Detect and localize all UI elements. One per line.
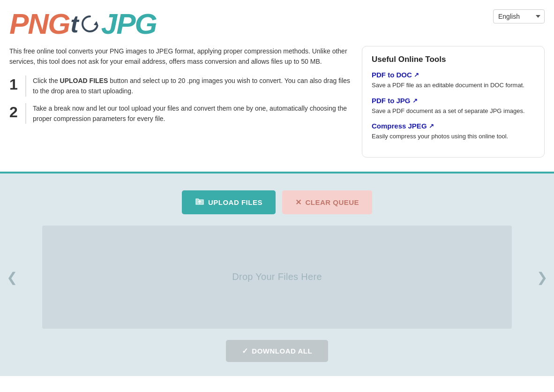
clear-icon: ✕ <box>295 198 302 207</box>
compress-jpeg-desc: Easily compress your photos using this o… <box>372 132 535 141</box>
external-link-icon-2: ↗ <box>412 97 418 104</box>
svg-marker-0 <box>94 21 98 26</box>
refresh-icon <box>80 14 100 34</box>
logo-png: PNG <box>9 9 69 38</box>
download-btn-label: DOWNLOAD ALL <box>252 347 312 355</box>
upload-files-label: UPLOAD FILES <box>60 77 108 84</box>
main-content: This free online tool converts your PNG … <box>9 46 352 124</box>
step-2-text: Take a break now and let our tool upload… <box>25 103 352 124</box>
language-select[interactable]: English Español Français Deutsch Portugu… <box>493 9 545 23</box>
language-selector-wrapper: English Español Français Deutsch Portugu… <box>493 9 545 23</box>
checkmark-icon: ✓ <box>242 347 248 355</box>
sidebar: Useful Online Tools PDF to DOC ↗ Save a … <box>362 46 545 158</box>
pdf-to-jpg-link[interactable]: PDF to JPG ↗ <box>372 97 535 105</box>
logo-to: t <box>70 12 100 36</box>
sidebar-tool-pdf-to-doc: PDF to DOC ↗ Save a PDF file as an edita… <box>372 71 535 90</box>
steps-list: 1 Click the UPLOAD FILES button and sele… <box>9 75 352 124</box>
upload-folder-icon <box>195 197 204 208</box>
pdf-to-doc-link[interactable]: PDF to DOC ↗ <box>372 71 535 79</box>
step-2: 2 Take a break now and let our tool uplo… <box>9 103 352 124</box>
folder-icon-svg <box>195 197 204 205</box>
upload-files-button[interactable]: UPLOAD FILES <box>182 190 276 214</box>
upload-btn-label: UPLOAD FILES <box>208 198 262 206</box>
clear-queue-button[interactable]: ✕ CLEAR QUEUE <box>282 190 372 214</box>
step-2-number: 2 <box>9 103 19 121</box>
clear-btn-label: CLEAR QUEUE <box>305 198 359 206</box>
external-link-icon-3: ↗ <box>429 122 434 129</box>
logo-jpg: JPG <box>101 9 157 38</box>
upload-section: UPLOAD FILES ✕ CLEAR QUEUE ❮ Drop Your F… <box>0 173 554 376</box>
sidebar-tool-pdf-to-jpg: PDF to JPG ↗ Save a PDF document as a se… <box>372 97 535 116</box>
carousel-left-arrow[interactable]: ❮ <box>7 269 17 285</box>
carousel-right-arrow[interactable]: ❯ <box>537 269 547 285</box>
external-link-icon-1: ↗ <box>414 71 419 78</box>
compress-jpeg-link[interactable]: Compress JPEG ↗ <box>372 122 535 130</box>
pdf-to-doc-desc: Save a PDF file as an editable document … <box>372 81 535 90</box>
site-logo: PNG t JPG <box>9 9 157 38</box>
step-1: 1 Click the UPLOAD FILES button and sele… <box>9 75 352 97</box>
download-all-button[interactable]: ✓ DOWNLOAD ALL <box>226 340 328 362</box>
drop-zone-label: Drop Your Files Here <box>232 271 322 282</box>
pdf-to-jpg-desc: Save a PDF document as a set of separate… <box>372 106 535 116</box>
upload-buttons-row: UPLOAD FILES ✕ CLEAR QUEUE <box>182 190 372 214</box>
sidebar-tool-compress-jpeg: Compress JPEG ↗ Easily compress your pho… <box>372 122 535 141</box>
step-1-number: 1 <box>9 75 19 93</box>
description-text: This free online tool converts your PNG … <box>9 46 352 67</box>
sidebar-title: Useful Online Tools <box>372 55 535 64</box>
step-1-text: Click the UPLOAD FILES button and select… <box>25 75 352 97</box>
drop-zone[interactable]: Drop Your Files Here <box>42 226 512 329</box>
